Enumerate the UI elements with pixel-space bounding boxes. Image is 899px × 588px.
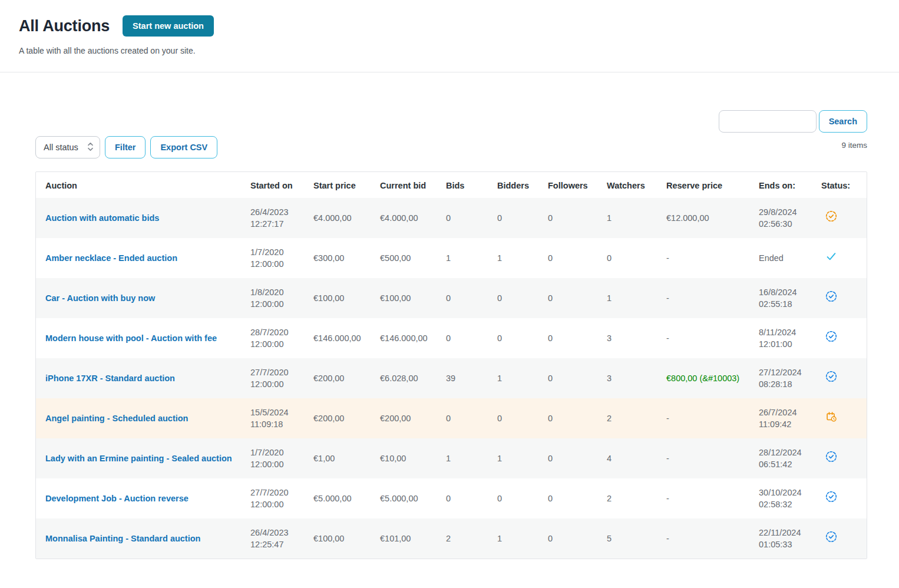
table-row: Auction with automatic bids 26/4/2023 12…: [36, 198, 867, 238]
col-header-reserve-price: Reserve price: [662, 172, 754, 198]
cell-current-bid: €6.028,00: [375, 358, 441, 398]
search-row: Search: [35, 110, 867, 133]
time-text: 02:58:32: [759, 498, 812, 510]
col-header-followers: Followers: [543, 172, 602, 198]
cell-followers: 0: [543, 358, 602, 398]
cell-start-price: €200,00: [309, 358, 375, 398]
export-csv-button[interactable]: Export CSV: [150, 136, 217, 158]
cell-watchers: 5: [602, 518, 662, 559]
auction-link[interactable]: Car - Auction with buy now: [45, 293, 155, 303]
cell-watchers: 1: [602, 278, 662, 318]
status-active-icon: [825, 330, 838, 343]
cell-auction: Auction with automatic bids: [36, 198, 246, 238]
cell-ends-on: 26/7/2024 11:09:42: [754, 398, 817, 438]
auction-link[interactable]: Monnalisa Painting - Standard auction: [45, 534, 200, 543]
cell-auction: Modern house with pool - Auction with fe…: [36, 318, 246, 358]
cell-start-price: €1,00: [309, 438, 375, 478]
cell-current-bid: €101,00: [375, 518, 441, 559]
cell-watchers: 3: [602, 358, 662, 398]
start-new-auction-button[interactable]: Start new auction: [123, 15, 214, 37]
search-input[interactable]: [719, 110, 817, 133]
cell-reserve-price: -: [662, 518, 754, 559]
cell-current-bid: €500,00: [375, 238, 441, 278]
auction-link[interactable]: Lady with an Ermine painting - Sealed au…: [45, 454, 232, 463]
cell-ends-on: 29/8/2024 02:56:30: [754, 198, 817, 238]
cell-auction: Monnalisa Painting - Standard auction: [36, 518, 246, 559]
time-text: 12:25:47: [250, 539, 304, 550]
date-text: 16/8/2024: [759, 286, 812, 298]
col-header-watchers: Watchers: [602, 172, 662, 198]
table-row: Development Job - Auction reverse 27/7/2…: [36, 478, 867, 518]
cell-ends-on: 30/10/2024 02:58:32: [754, 478, 817, 518]
main-content: Search All status Filter Export CSV 9 it…: [0, 110, 899, 559]
cell-bids: 39: [441, 358, 493, 398]
items-count: 9 items: [841, 141, 867, 150]
cell-reserve-price: €800,00 (&#10003): [662, 358, 754, 398]
auctions-table: Auction Started on Start price Current b…: [35, 171, 867, 559]
cell-bidders: 0: [493, 478, 543, 518]
table-row: Monnalisa Painting - Standard auction 26…: [36, 518, 867, 559]
cell-bidders: 1: [493, 358, 543, 398]
table-row: Amber necklace - Ended auction 1/7/2020 …: [36, 238, 867, 278]
cell-reserve-price: -: [662, 478, 754, 518]
page-header: All Auctions Start new auction A table w…: [0, 0, 899, 72]
filter-button[interactable]: Filter: [105, 136, 146, 158]
status-filter-select[interactable]: All status: [35, 136, 100, 158]
cell-current-bid: €200,00: [375, 398, 441, 438]
time-text: 11:09:18: [250, 418, 304, 430]
cell-ends-on: 28/12/2024 06:51:42: [754, 438, 817, 478]
auction-link[interactable]: Angel painting - Scheduled auction: [45, 414, 188, 423]
date-text: 1/7/2020: [250, 447, 304, 458]
date-text: 29/8/2024: [759, 206, 812, 218]
status-scheduled-icon: [825, 410, 838, 423]
filters-row: All status Filter Export CSV 9 items: [35, 136, 867, 158]
date-text: 26/7/2024: [759, 407, 812, 418]
cell-bidders: 0: [493, 398, 543, 438]
cell-start-price: €146.000,00: [309, 318, 375, 358]
date-text: Ended: [759, 252, 812, 264]
cell-started-on: 1/8/2020 12:00:00: [246, 278, 309, 318]
time-text: 01:05:33: [759, 539, 812, 550]
cell-status: [817, 438, 867, 478]
date-text: 30/10/2024: [759, 487, 812, 498]
cell-started-on: 27/7/2020 12:00:00: [246, 478, 309, 518]
cell-current-bid: €10,00: [375, 438, 441, 478]
auction-link[interactable]: Modern house with pool - Auction with fe…: [45, 333, 217, 343]
cell-watchers: 3: [602, 318, 662, 358]
cell-current-bid: €5.000,00: [375, 478, 441, 518]
time-text: 12:27:17: [250, 218, 304, 230]
time-text: 12:00:00: [250, 458, 304, 470]
time-text: 12:00:00: [250, 258, 304, 270]
cell-start-price: €200,00: [309, 398, 375, 438]
col-header-start-price: Start price: [309, 172, 375, 198]
date-text: 1/8/2020: [250, 286, 304, 298]
table-row: Car - Auction with buy now 1/8/2020 12:0…: [36, 278, 867, 318]
auction-link[interactable]: Amber necklace - Ended auction: [45, 253, 177, 263]
cell-followers: 0: [543, 238, 602, 278]
auction-link[interactable]: Development Job - Auction reverse: [45, 494, 189, 503]
cell-start-price: €300,00: [309, 238, 375, 278]
cell-followers: 0: [543, 518, 602, 559]
time-text: 12:00:00: [250, 298, 304, 310]
search-button[interactable]: Search: [819, 110, 867, 133]
cell-ends-on: 8/11/2024 12:01:00: [754, 318, 817, 358]
page-title: All Auctions: [19, 17, 110, 35]
col-header-current-bid: Current bid: [375, 172, 441, 198]
date-text: 15/5/2024: [250, 407, 304, 418]
time-text: 12:00:00: [250, 378, 304, 390]
cell-followers: 0: [543, 318, 602, 358]
cell-reserve-price: -: [662, 278, 754, 318]
cell-status: [817, 318, 867, 358]
cell-auction: Amber necklace - Ended auction: [36, 238, 246, 278]
cell-started-on: 28/7/2020 12:00:00: [246, 318, 309, 358]
cell-auction: Lady with an Ermine painting - Sealed au…: [36, 438, 246, 478]
auction-link[interactable]: Auction with automatic bids: [45, 213, 159, 223]
date-text: 28/7/2020: [250, 326, 304, 338]
date-text: 28/12/2024: [759, 447, 812, 458]
date-text: 27/12/2024: [759, 366, 812, 378]
auction-link[interactable]: iPhone 17XR - Standard auction: [45, 374, 175, 383]
col-header-started-on: Started on: [246, 172, 309, 198]
cell-ends-on: Ended: [754, 238, 817, 278]
col-header-ends-on: Ends on:: [754, 172, 817, 198]
cell-watchers: 1: [602, 198, 662, 238]
